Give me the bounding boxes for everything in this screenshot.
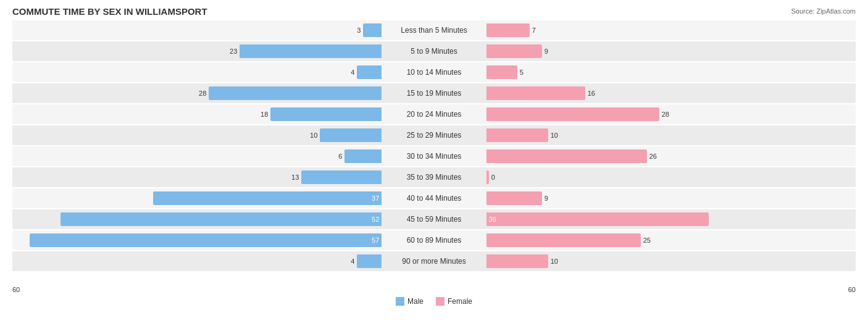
chart-area: 3 Less than 5 Minutes 7 23 [12, 20, 856, 286]
left-section: 18 [12, 104, 384, 124]
left-section: 3 [12, 20, 384, 40]
axis-left: 60 [12, 286, 20, 293]
male-bar-wrapper: 13 [12, 170, 382, 184]
female-bar-wrapper: 25 [486, 233, 856, 247]
male-bar [301, 170, 382, 184]
left-section: 37 [12, 188, 384, 208]
female-value-outside: 5 [520, 69, 524, 76]
row-label: 60 to 89 Minutes [384, 236, 483, 245]
left-section: 4 [12, 251, 384, 271]
female-value-outside: 16 [588, 90, 595, 97]
male-bar [240, 44, 382, 58]
table-row: 13 35 to 39 Minutes 0 [12, 167, 856, 187]
male-bar-wrapper: 4 [12, 65, 382, 79]
right-section: 16 [484, 83, 856, 103]
male-bar [357, 65, 382, 79]
table-row: 4 10 to 14 Minutes 5 [12, 62, 856, 82]
legend: Male Female [12, 297, 856, 306]
right-section: 28 [484, 104, 856, 124]
male-value-outside: 13 [291, 174, 299, 181]
row-label: 15 to 19 Minutes [384, 89, 483, 98]
female-value-outside: 26 [649, 153, 657, 160]
right-section: 26 [484, 146, 856, 166]
female-bar [486, 233, 641, 247]
table-row: 6 30 to 34 Minutes 26 [12, 146, 856, 166]
female-value-outside: 0 [491, 174, 495, 181]
right-section: 10 [484, 251, 856, 271]
male-bar-wrapper: 6 [12, 149, 382, 163]
female-bar-wrapper: 9 [486, 191, 856, 205]
row-label: 25 to 29 Minutes [384, 131, 483, 140]
male-bar [357, 254, 382, 268]
male-bar-wrapper: 23 [12, 44, 382, 58]
axis-right: 60 [848, 286, 856, 293]
female-value-outside: 9 [545, 195, 548, 202]
left-section: 10 [12, 125, 384, 145]
female-bar-wrapper: 0 [486, 170, 856, 184]
row-label: Less than 5 Minutes [384, 26, 483, 35]
right-section: 25 [484, 230, 856, 250]
female-bar-wrapper: 10 [486, 254, 856, 268]
female-value-outside: 7 [532, 27, 536, 34]
female-value-outside: 25 [643, 237, 651, 244]
female-value-outside: 28 [662, 111, 669, 118]
female-bar-wrapper: 5 [486, 65, 856, 79]
male-bar-wrapper: 52 [12, 212, 382, 226]
male-bar [209, 86, 382, 100]
table-row: 37 40 to 44 Minutes 9 [12, 188, 856, 208]
table-row: 4 90 or more Minutes 10 [12, 251, 856, 271]
table-row: 10 25 to 29 Minutes 10 [12, 125, 856, 145]
female-bar-wrapper: 16 [486, 86, 856, 100]
male-bar [344, 149, 382, 163]
male-value-outside: 4 [351, 69, 354, 76]
row-label: 40 to 44 Minutes [384, 194, 483, 203]
table-row: 28 15 to 19 Minutes 16 [12, 83, 856, 103]
female-value-outside: 9 [545, 48, 548, 55]
female-value-outside: 10 [551, 258, 558, 265]
female-bar [486, 254, 548, 268]
male-value-outside: 6 [338, 153, 342, 160]
left-section: 52 [12, 209, 384, 229]
male-value-outside: 23 [230, 48, 237, 55]
left-section: 6 [12, 146, 384, 166]
chart-title: COMMUTE TIME BY SEX IN WILLIAMSPORT [12, 6, 856, 17]
left-section: 13 [12, 167, 384, 187]
female-value-outside: 10 [551, 132, 558, 139]
male-bar-wrapper: 3 [12, 23, 382, 37]
left-section: 28 [12, 83, 384, 103]
source-text: Source: ZipAtlas.com [791, 7, 856, 15]
male-value-outside: 3 [357, 27, 361, 34]
female-bar-wrapper: 9 [486, 44, 856, 58]
table-row: 18 20 to 24 Minutes 28 [12, 104, 856, 124]
table-row: 57 60 to 89 Minutes 25 [12, 230, 856, 250]
male-bar [270, 107, 382, 121]
right-section: 5 [484, 62, 856, 82]
female-bar [486, 170, 489, 184]
female-bar [486, 107, 659, 121]
female-bar-wrapper: 36 [486, 212, 856, 226]
male-bar: 57 [30, 233, 382, 247]
row-label: 90 or more Minutes [384, 257, 483, 266]
male-bar-wrapper: 57 [12, 233, 382, 247]
right-section: 9 [484, 41, 856, 61]
female-bar [486, 128, 548, 142]
row-label: 30 to 34 Minutes [384, 152, 483, 161]
table-row: 23 5 to 9 Minutes 9 [12, 41, 856, 61]
male-bar [320, 128, 382, 142]
female-bar [486, 44, 542, 58]
chart-container: COMMUTE TIME BY SEX IN WILLIAMSPORT Sour… [0, 0, 868, 323]
right-section: 36 [484, 209, 856, 229]
male-value-inside: 52 [372, 216, 379, 223]
female-bar: 36 [486, 212, 709, 226]
right-section: 0 [484, 167, 856, 187]
legend-male-label: Male [407, 297, 424, 306]
male-bar-wrapper: 18 [12, 107, 382, 121]
male-value-outside: 4 [351, 258, 354, 265]
right-section: 9 [484, 188, 856, 208]
male-bar: 37 [153, 191, 382, 205]
legend-female-label: Female [448, 297, 472, 306]
row-label: 5 to 9 Minutes [384, 47, 483, 56]
female-value-inside: 36 [489, 216, 496, 223]
table-row: 3 Less than 5 Minutes 7 [12, 20, 856, 40]
female-bar [486, 65, 517, 79]
